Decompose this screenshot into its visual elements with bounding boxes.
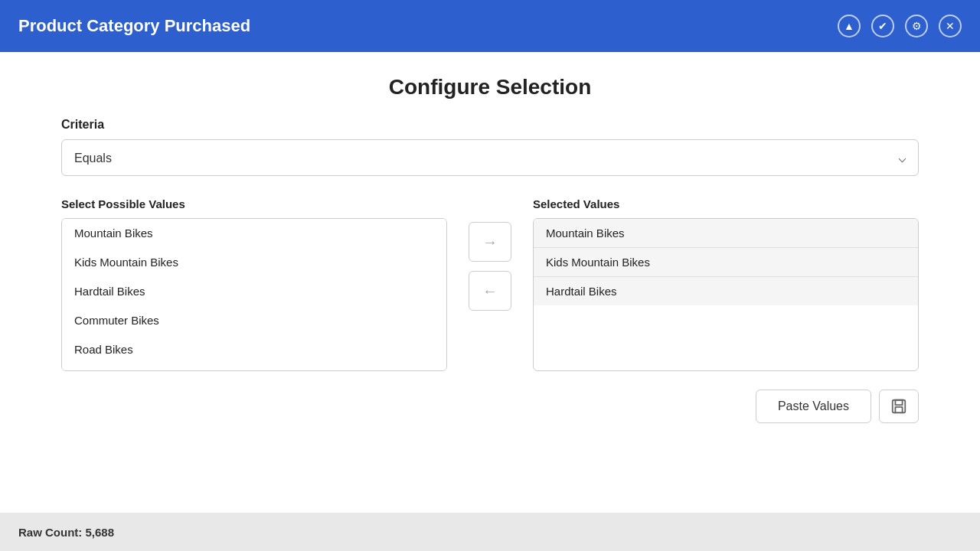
criteria-label: Criteria <box>61 118 919 132</box>
app-header: Product Category Purchased ▲ ✔ ⚙ ✕ <box>0 0 980 52</box>
move-right-button[interactable]: → <box>469 222 511 262</box>
criteria-select-wrapper: EqualsNot EqualsContainsStarts WithEnds … <box>61 139 919 176</box>
list-item[interactable]: Commuter Bikes <box>62 306 446 335</box>
possible-values-label: Select Possible Values <box>61 197 447 210</box>
selected-item[interactable]: Kids Mountain Bikes <box>534 248 918 277</box>
selected-item[interactable]: Mountain Bikes <box>534 219 918 248</box>
main-content: Configure Selection Criteria EqualsNot E… <box>0 52 980 513</box>
bottom-buttons: Paste Values <box>61 390 919 423</box>
transfer-buttons: → ← <box>447 222 533 311</box>
list-item[interactable]: Hardtail Bikes <box>62 277 446 306</box>
svg-rect-1 <box>895 400 902 405</box>
selected-values-list[interactable]: Mountain BikesKids Mountain BikesHardtai… <box>533 218 919 371</box>
close-icon[interactable]: ✕ <box>939 15 962 37</box>
header-title: Product Category Purchased <box>18 16 250 36</box>
panels: Select Possible Values Mountain BikesKid… <box>61 197 919 371</box>
checkmark-icon[interactable]: ✔ <box>871 15 894 37</box>
selected-values-label: Selected Values <box>533 197 919 210</box>
selected-values-panel: Selected Values Mountain BikesKids Mount… <box>533 197 919 371</box>
move-left-button[interactable]: ← <box>469 271 511 311</box>
header-icon-group: ▲ ✔ ⚙ ✕ <box>838 15 962 37</box>
page-title: Configure Selection <box>61 75 919 99</box>
list-item[interactable]: Mountain Bikes <box>62 219 446 248</box>
chevron-up-icon[interactable]: ▲ <box>838 15 861 37</box>
list-item[interactable]: Triathlon Bikes <box>62 364 446 371</box>
possible-values-panel: Select Possible Values Mountain BikesKid… <box>61 197 447 371</box>
list-item[interactable]: Kids Mountain Bikes <box>62 248 446 277</box>
save-button[interactable] <box>879 390 919 423</box>
criteria-select[interactable]: EqualsNot EqualsContainsStarts WithEnds … <box>61 139 919 176</box>
paste-values-button[interactable]: Paste Values <box>756 390 871 423</box>
gear-icon[interactable]: ⚙ <box>905 15 928 37</box>
selected-item[interactable]: Hardtail Bikes <box>534 277 918 305</box>
list-item[interactable]: Road Bikes <box>62 335 446 364</box>
footer: Raw Count: 5,688 <box>0 513 980 551</box>
raw-count: Raw Count: 5,688 <box>18 526 114 539</box>
possible-values-list[interactable]: Mountain BikesKids Mountain BikesHardtai… <box>61 218 447 371</box>
